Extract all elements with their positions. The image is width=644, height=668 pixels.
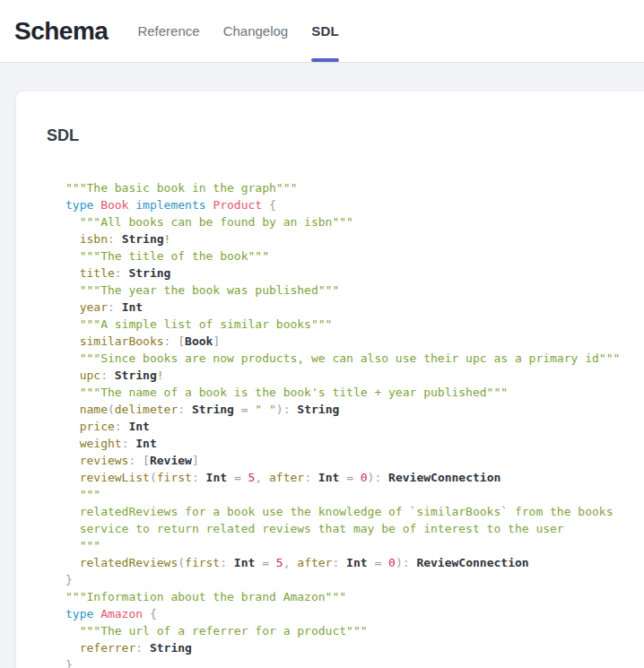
page-header: Schema Reference Changelog SDL bbox=[0, 0, 644, 63]
code-line: """The name of a book is the book's titl… bbox=[65, 384, 644, 401]
active-tab-indicator bbox=[311, 58, 339, 62]
code-line: """The basic book in the graph""" bbox=[65, 179, 644, 196]
code-line: service to return related reviews that m… bbox=[65, 520, 644, 537]
code-line: } bbox=[65, 656, 644, 668]
code-line: similarBooks: [Book] bbox=[65, 333, 644, 350]
code-line: """ bbox=[65, 537, 644, 554]
code-line: reviews: [Review] bbox=[65, 452, 644, 469]
code-line: """Since books are now products, we can … bbox=[65, 350, 644, 367]
tab-reference[interactable]: Reference bbox=[126, 0, 211, 62]
sdl-card: SDL """The basic book in the graph"""typ… bbox=[16, 91, 644, 668]
code-line: reviewList(first: Int = 5, after: Int = … bbox=[65, 469, 644, 486]
code-line: type Book implements Product { bbox=[65, 196, 644, 213]
tab-changelog-label: Changelog bbox=[223, 23, 289, 39]
code-line: name(delimeter: String = " "): String bbox=[65, 401, 644, 418]
tab-sdl[interactable]: SDL bbox=[300, 0, 351, 62]
code-line: referrer: String bbox=[65, 639, 644, 656]
code-line: type Amazon { bbox=[65, 605, 644, 622]
tab-sdl-label: SDL bbox=[311, 23, 339, 39]
code-line: isbn: String! bbox=[65, 230, 644, 247]
code-line: """The url of a referrer for a product""… bbox=[65, 622, 644, 639]
code-line: title: String bbox=[65, 265, 644, 282]
tab-changelog[interactable]: Changelog bbox=[212, 0, 300, 62]
tab-bar: Reference Changelog SDL bbox=[126, 0, 350, 62]
page-title: Schema bbox=[14, 17, 108, 46]
code-line: weight: Int bbox=[65, 435, 644, 452]
code-line: """The year the book was published""" bbox=[65, 282, 644, 299]
code-line: upc: String! bbox=[65, 367, 644, 384]
code-line: """ bbox=[65, 486, 644, 503]
code-line: relatedReviews(first: Int = 5, after: In… bbox=[65, 554, 644, 571]
code-line: """The title of the book""" bbox=[65, 247, 644, 265]
code-line: """All books can be found by an isbn""" bbox=[65, 213, 644, 230]
code-line: year: Int bbox=[65, 299, 644, 316]
code-line: } bbox=[65, 571, 644, 588]
tab-reference-label: Reference bbox=[137, 23, 199, 39]
code-line: relatedReviews for a book use the knowle… bbox=[65, 503, 644, 520]
content-area: SDL """The basic book in the graph"""typ… bbox=[0, 64, 644, 668]
code-line: """A simple list of similar books""" bbox=[65, 316, 644, 333]
code-line: price: Int bbox=[65, 418, 644, 435]
code-line: """Information about the brand Amazon""" bbox=[65, 588, 644, 605]
sdl-card-heading: SDL bbox=[47, 126, 644, 145]
sdl-code: """The basic book in the graph"""type Bo… bbox=[65, 179, 644, 668]
